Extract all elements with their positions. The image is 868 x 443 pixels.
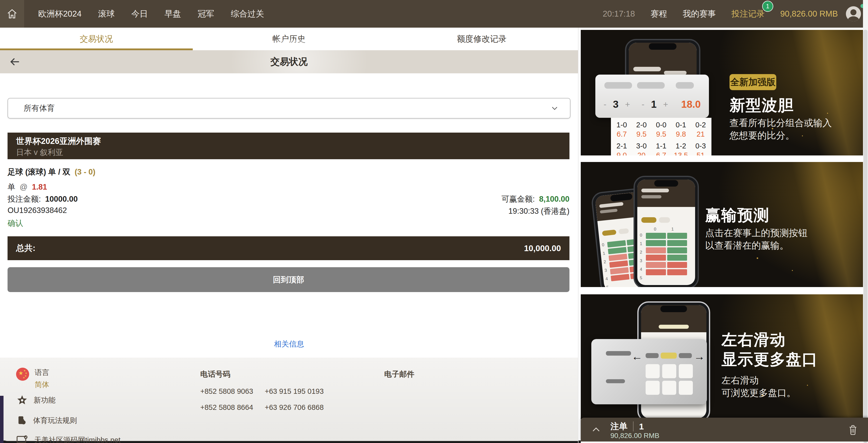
avatar-head: [850, 9, 857, 15]
betslip-label-row: 注单 1: [611, 421, 644, 432]
banner1-badge: 全新加强版: [730, 74, 776, 90]
footer-site-link[interactable]: 天美社区源码网timibbs.net: [16, 435, 120, 443]
phone-numbers-row1: +852 5808 9063+63 915 195 0193: [200, 387, 324, 396]
ticket-header: 世界杯2026亚洲外围赛 日本 v 叙利亚: [7, 133, 569, 159]
chevron-down-icon: [551, 104, 558, 112]
banner2-title: 赢输预测: [705, 205, 770, 226]
scrollbar-thumb[interactable]: [864, 30, 868, 443]
nav-item-today[interactable]: 今日: [131, 8, 148, 20]
ticket-market: 足球 (滚球) 单 / 双: [7, 168, 70, 176]
promo-banner-swipe[interactable]: ← → 左右滑动 显示更多盘口 左右滑动 可浏览更多盘口。: [581, 294, 863, 419]
monitor-check-icon: [16, 435, 29, 443]
nav-item-champion[interactable]: 冠军: [197, 8, 214, 20]
clock-text: 20:17:18: [602, 9, 635, 19]
profile-avatar[interactable]: [846, 6, 861, 21]
promo-banner-win-loss[interactable]: 012345 01 0: [581, 162, 863, 287]
banner1-body: 查看所有比分组合或输入 您想要的比分。: [730, 117, 832, 142]
sport-filter-value: 所有体育: [24, 103, 55, 113]
tab-transaction-status[interactable]: 交易状况: [0, 28, 193, 50]
nav-item-eurocup[interactable]: 欧洲杯2024: [38, 8, 82, 20]
footer-site-label: 天美社区源码网timibbs.net: [34, 435, 120, 443]
top-nav: 欧洲杯2024 滚球 今日 早盘 冠军 综合过关 20:17:18 赛程 我的赛…: [0, 0, 868, 28]
win-label: 可赢金额:: [501, 195, 535, 203]
tab-credit-changes[interactable]: 额度修改记录: [385, 28, 578, 50]
main-column-divider: [578, 28, 579, 443]
language-value: 简体: [35, 380, 49, 390]
stake-label: 投注金额:: [7, 195, 41, 203]
email-column-header: 电子邮件: [384, 369, 414, 379]
page-title: 交易状况: [270, 56, 308, 68]
banner2-body: 点击在赛事上的预测按钮 以查看潜在的赢输。: [705, 227, 807, 252]
home-button[interactable]: [0, 0, 24, 28]
at-symbol: @: [20, 182, 27, 191]
betslip-amount: 90,826.00 RMB: [611, 432, 659, 440]
page-header: 交易状况: [0, 50, 578, 73]
language-label: 语言: [35, 368, 49, 378]
language-switcher[interactable]: 语言 简体: [16, 368, 49, 390]
nav-item-early[interactable]: 早盘: [164, 8, 181, 20]
bet-records-badge: 1: [762, 1, 773, 12]
nav-item-live[interactable]: 滚球: [98, 8, 115, 20]
footer-rules[interactable]: 体育玩法规则: [16, 415, 77, 427]
footer-new-features[interactable]: 新功能: [16, 394, 56, 406]
ticket-selection: 单: [7, 182, 15, 191]
ticket-confirm-row: 确认: [7, 218, 569, 229]
ticket-market-row: 足球 (滚球) 单 / 双 (3 - 0): [7, 167, 569, 178]
total-bar: 总共: 10,000.00: [7, 236, 569, 260]
footer: 语言 简体 新功能 体育玩法规则 天美社区源码网timibbs.net 电话号码…: [0, 357, 578, 441]
confirm-link[interactable]: 确认: [7, 219, 23, 228]
nav-right: 20:17:18 赛程 我的赛事 投注记录 1 90,826.00 RMB: [602, 0, 838, 28]
betslip-bar[interactable]: 注单 1 90,826.00 RMB: [581, 418, 868, 442]
ticket-ref: OU19263938462: [7, 206, 67, 215]
nav-item-parlay[interactable]: 综合过关: [231, 8, 264, 20]
back-to-top-button[interactable]: 回到顶部: [7, 267, 569, 292]
ticket-match: 日本 v 叙利亚: [16, 147, 63, 158]
total-label: 总共:: [16, 243, 35, 254]
avatar-body: [848, 16, 859, 21]
nav-item-bet-records[interactable]: 投注记录 1: [732, 8, 765, 20]
score-stepper-card: - 3 + - 1 + 18.0: [595, 75, 709, 118]
ticket-score: (3 - 0): [75, 168, 95, 176]
ticket-stake-row: 投注金额: 10000.00 可赢金额: 8,100.00: [7, 194, 569, 205]
nav-item-schedule[interactable]: 赛程: [651, 8, 667, 20]
swipe-card: ← →: [591, 339, 707, 404]
star-badge-icon: [16, 394, 28, 406]
phone-mockup-2b: 01 012345: [633, 176, 699, 287]
ticket-selection-row: 单 @ 1.81: [7, 182, 569, 193]
banner3-body: 左右滑动 可浏览更多盘口。: [721, 374, 796, 399]
edge-widget-strip: [0, 396, 3, 443]
banner3-title: 左右滑动 显示更多盘口: [721, 330, 818, 369]
banner1-title: 新型波胆: [730, 95, 794, 116]
promo-banner-correct-score[interactable]: - 3 + - 1 + 18.0 1-02-00-00-10-2 6.79.59…: [581, 30, 863, 156]
app-root: 欧洲杯2024 滚球 今日 早盘 冠军 综合过关 20:17:18 赛程 我的赛…: [0, 0, 868, 443]
trash-icon[interactable]: [848, 424, 858, 435]
back-arrow-icon[interactable]: [8, 56, 21, 68]
ticket-ref-row: OU19263938462 19:30:33 (香港盘): [7, 206, 569, 217]
page-scrollbar: [863, 0, 868, 443]
chevron-up-icon[interactable]: [592, 426, 600, 433]
phone-numbers-row2: +852 5808 8664+63 926 706 6868: [200, 403, 324, 412]
total-value: 10,000.00: [524, 244, 561, 253]
footer-new-features-label: 新功能: [34, 395, 56, 405]
china-flag-icon: [16, 368, 29, 381]
sport-filter-select[interactable]: 所有体育: [7, 98, 570, 118]
phone-column-header: 电话号码: [200, 369, 230, 379]
win-value: 8,100.00: [539, 195, 569, 203]
stake-value: 10000.00: [45, 195, 78, 203]
home-icon: [6, 8, 18, 19]
ticket-league: 世界杯2026亚洲外围赛: [16, 136, 101, 147]
related-info-link[interactable]: 相关信息: [0, 339, 578, 349]
nav-item-my-events[interactable]: 我的赛事: [683, 8, 716, 20]
score-grid: 1-02-00-00-10-2 6.79.59.59.821 2-13-01-1…: [611, 118, 711, 156]
ticket-time: 19:30:33 (香港盘): [508, 206, 569, 216]
balance-text[interactable]: 90,826.00 RMB: [780, 9, 838, 19]
betslip-count: 1: [639, 422, 644, 432]
betslip-label: 注单: [611, 421, 627, 432]
ticket-odds: 1.81: [32, 182, 47, 191]
footer-rules-label: 体育玩法规则: [33, 416, 77, 426]
nav-items: 欧洲杯2024 滚球 今日 早盘 冠军 综合过关: [38, 8, 264, 20]
rules-hand-icon: [16, 415, 28, 427]
